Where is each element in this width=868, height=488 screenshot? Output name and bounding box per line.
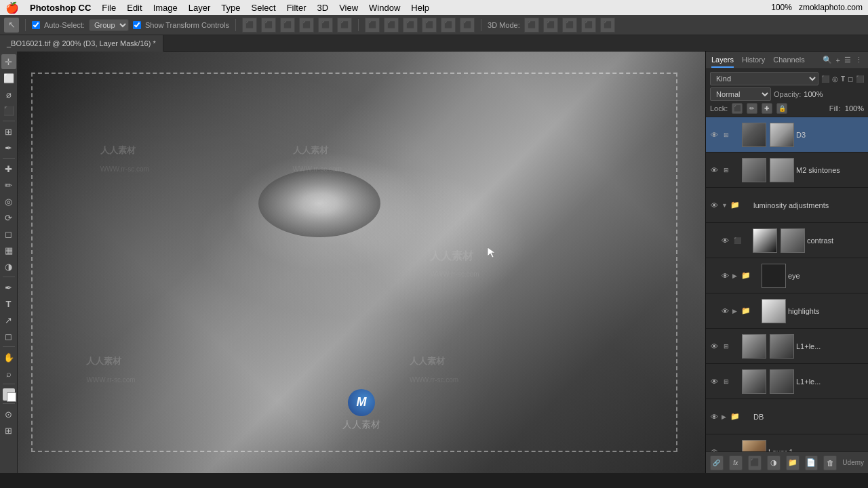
- layer-d3[interactable]: 👁 ⊞ D3: [706, 117, 868, 152]
- screen-mode-btn[interactable]: ⊞: [1, 423, 16, 438]
- layer-l1b[interactable]: 👁 ⊞ L1+le...: [706, 364, 868, 399]
- distribute-h-centers[interactable]: ⬛: [441, 18, 456, 33]
- quick-mask-btn[interactable]: ⊙: [1, 407, 16, 422]
- align-vertical-centers[interactable]: ⬛: [261, 18, 276, 33]
- layer-highlights-group[interactable]: 👁 ▶ 📁 highlights: [706, 293, 868, 329]
- menu-select[interactable]: Select: [251, 3, 275, 13]
- filter-pixel-icon[interactable]: ⬛: [821, 75, 829, 83]
- auto-select-checkbox[interactable]: [32, 21, 40, 29]
- delete-layer-btn[interactable]: 🗑: [823, 455, 837, 470]
- 3d-mode-btn5[interactable]: ⬛: [600, 18, 615, 33]
- expand-luminosity[interactable]: ▼: [722, 202, 728, 209]
- fx-btn[interactable]: fx: [729, 455, 743, 470]
- brush-tool[interactable]: ✏: [1, 178, 16, 192]
- menu-file[interactable]: File: [102, 3, 116, 13]
- panel-search-icon[interactable]: 🔍: [823, 56, 832, 64]
- menu-image[interactable]: Image: [153, 3, 178, 13]
- transform-controls-checkbox[interactable]: [133, 21, 141, 29]
- visibility-eye[interactable]: 👁: [719, 270, 730, 281]
- menu-photoshop[interactable]: Photoshop CC: [30, 3, 91, 13]
- distribute-v-centers[interactable]: ⬛: [384, 18, 399, 33]
- layer-l1a[interactable]: 👁 ⊞ L1+le...: [706, 329, 868, 364]
- visibility-l1b[interactable]: 👁: [709, 376, 719, 387]
- expand-highlights[interactable]: ▶: [732, 308, 739, 314]
- distribute-left[interactable]: ⬛: [422, 18, 437, 33]
- lasso-tool[interactable]: ⌀: [1, 87, 16, 102]
- menu-3d[interactable]: 3D: [317, 3, 329, 13]
- align-top-edges[interactable]: ⬛: [242, 18, 257, 33]
- menu-type[interactable]: Type: [221, 3, 240, 13]
- panel-more-icon[interactable]: ⋮: [855, 56, 863, 64]
- type-tool[interactable]: T: [1, 296, 16, 311]
- 3d-mode-btn2[interactable]: ⬛: [543, 18, 558, 33]
- clone-stamp-tool[interactable]: ◎: [1, 194, 16, 209]
- visibility-luminosity[interactable]: 👁: [709, 200, 719, 211]
- tab-channels[interactable]: Channels: [773, 53, 804, 68]
- tab-layers[interactable]: Layers: [711, 53, 734, 68]
- align-bottom-edges[interactable]: ⬛: [280, 18, 295, 33]
- dodge-tool[interactable]: ◑: [1, 259, 16, 274]
- layer-layer1[interactable]: 👁 Layer 1: [706, 434, 868, 451]
- layer-contrast[interactable]: 👁 ⬛ contrast: [706, 223, 868, 258]
- eraser-tool[interactable]: ◻: [1, 226, 16, 241]
- layer-m2-skintones[interactable]: 👁 ⊞ M2 skintones: [706, 152, 868, 188]
- 3d-mode-btn1[interactable]: ⬛: [524, 18, 539, 33]
- filter-adj-icon[interactable]: ◎: [832, 75, 838, 83]
- expand-eye[interactable]: ▶: [732, 272, 739, 279]
- visibility-highlights[interactable]: 👁: [719, 306, 730, 317]
- lock-all-btn[interactable]: 🔒: [776, 103, 787, 114]
- hand-tool[interactable]: ✋: [1, 350, 16, 365]
- crop-tool[interactable]: ⊞: [1, 124, 16, 139]
- align-left-edges[interactable]: ⬛: [299, 18, 314, 33]
- quick-select-tool[interactable]: ⬛: [1, 103, 16, 118]
- align-horizontal-centers[interactable]: ⬛: [318, 18, 333, 33]
- marquee-tool[interactable]: ⬜: [1, 70, 16, 85]
- new-group-btn[interactable]: 📁: [786, 455, 800, 470]
- filter-shape-icon[interactable]: ◻: [848, 75, 853, 83]
- menu-filter[interactable]: Filter: [287, 3, 307, 13]
- visibility-m2[interactable]: 👁: [709, 165, 719, 176]
- kind-filter-dropdown[interactable]: Kind: [710, 72, 818, 85]
- menu-edit[interactable]: Edit: [127, 3, 142, 13]
- distribute-right[interactable]: ⬛: [460, 18, 475, 33]
- 3d-mode-btn4[interactable]: ⬛: [581, 18, 596, 33]
- eyedropper-tool[interactable]: ✒: [1, 140, 16, 155]
- blend-mode-dropdown[interactable]: Normal: [710, 87, 771, 101]
- filter-smart-icon[interactable]: ⬛: [856, 75, 864, 83]
- distribute-bottom[interactable]: ⬛: [403, 18, 418, 33]
- lock-transparent-btn[interactable]: ⬛: [732, 103, 743, 114]
- menu-window[interactable]: Window: [369, 3, 400, 13]
- auto-select-dropdown[interactable]: Group: [89, 19, 129, 31]
- history-brush-tool[interactable]: ⟳: [1, 210, 16, 225]
- move-tool[interactable]: ✛: [1, 54, 16, 69]
- pen-tool[interactable]: ✒: [1, 280, 16, 295]
- add-mask-btn[interactable]: ⬛: [748, 455, 762, 470]
- align-right-edges[interactable]: ⬛: [337, 18, 352, 33]
- path-select-tool[interactable]: ↗: [1, 312, 16, 327]
- visibility-l1a[interactable]: 👁: [709, 341, 719, 352]
- panel-new-icon[interactable]: +: [836, 56, 840, 64]
- zoom-tool[interactable]: ⌕: [1, 366, 16, 381]
- document-tab[interactable]: _BO16021.tif @ 200% (D3, Layer Mask/16) …: [0, 35, 163, 52]
- foreground-color[interactable]: [3, 388, 15, 401]
- expand-db[interactable]: ▶: [722, 413, 728, 420]
- layer-eye-group[interactable]: 👁 ▶ 📁 eye: [706, 258, 868, 293]
- layer-luminosity-group[interactable]: 👁 ▼ 📁 luminosity adjustments: [706, 188, 868, 223]
- visibility-layer1[interactable]: 👁: [709, 447, 719, 452]
- distribute-top[interactable]: ⬛: [365, 18, 380, 33]
- new-layer-btn[interactable]: 📄: [805, 455, 818, 470]
- new-adjustment-btn[interactable]: ◑: [767, 455, 781, 470]
- lock-position-btn[interactable]: ✚: [762, 103, 772, 114]
- add-link-btn[interactable]: 🔗: [710, 455, 724, 470]
- move-tool-indicator[interactable]: ↖: [4, 18, 19, 33]
- menu-help[interactable]: Help: [411, 3, 429, 13]
- visibility-d3[interactable]: 👁: [709, 129, 719, 140]
- gradient-tool[interactable]: ▦: [1, 243, 16, 258]
- menu-layer[interactable]: Layer: [189, 3, 211, 13]
- layer-db-group[interactable]: 👁 ▶ 📁 DB: [706, 399, 868, 434]
- lock-image-btn[interactable]: ✏: [747, 103, 757, 114]
- filter-type-icon[interactable]: T: [841, 75, 845, 83]
- shape-tool[interactable]: ◻: [1, 329, 16, 344]
- visibility-db[interactable]: 👁: [709, 411, 719, 422]
- tab-history[interactable]: History: [742, 53, 765, 68]
